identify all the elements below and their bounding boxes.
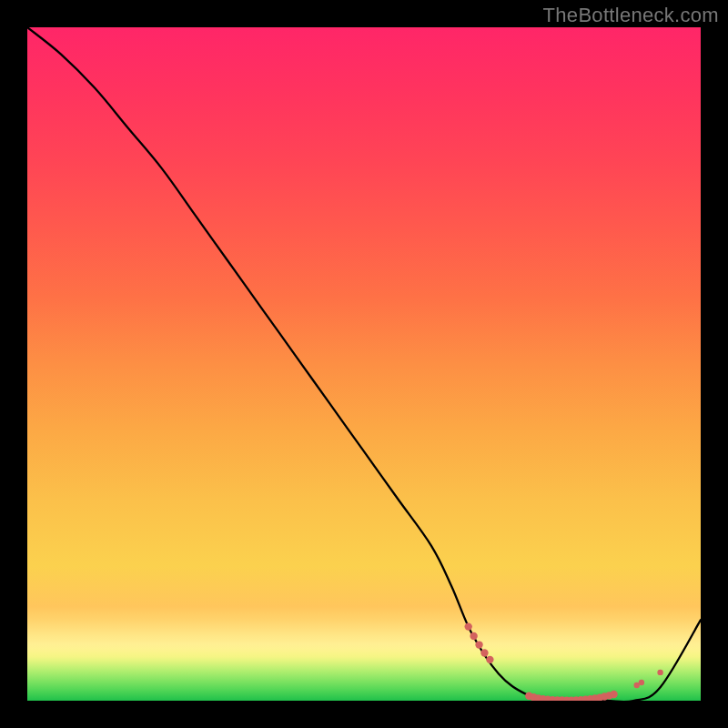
watermark-text: TheBottleneck.com — [543, 4, 719, 27]
marker-dot — [657, 670, 662, 675]
chart-stage: TheBottleneck.com — [0, 0, 728, 728]
marker-dot — [610, 691, 617, 698]
marker-dot — [465, 622, 472, 630]
flat-region-markers — [465, 622, 663, 701]
marker-dot — [475, 641, 482, 648]
marker-dot — [486, 656, 493, 663]
marker-dot — [470, 632, 477, 640]
bottleneck-curve — [27, 27, 701, 701]
marker-dot — [639, 680, 644, 685]
marker-dot — [480, 649, 488, 656]
chart-svg — [27, 27, 701, 701]
